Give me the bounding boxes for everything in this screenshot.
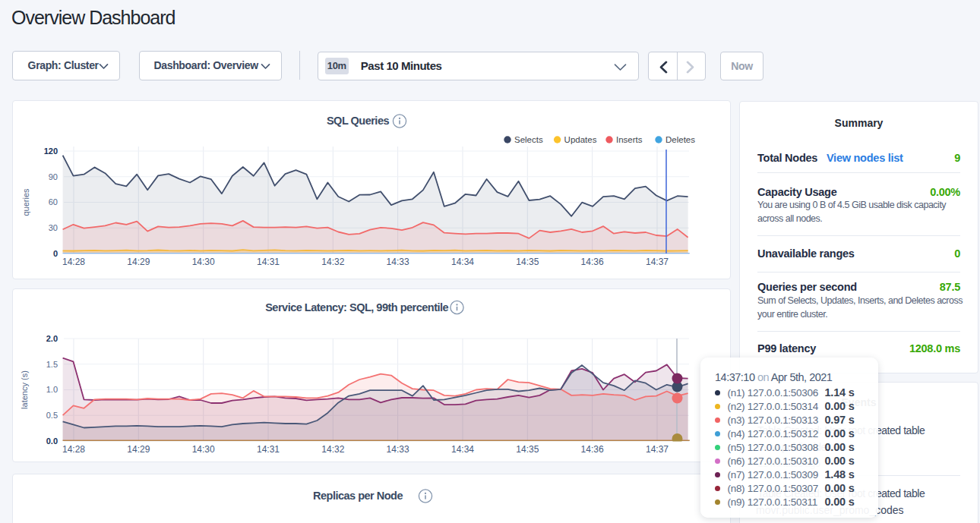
svg-text:Service Latency: SQL, 99th per: Service Latency: SQL, 99th percentile	[265, 301, 448, 313]
svg-text:0.0: 0.0	[46, 436, 58, 446]
svg-text:14:35: 14:35	[516, 257, 539, 267]
svg-text:14:31: 14:31	[257, 257, 280, 267]
svg-text:120: 120	[44, 147, 58, 156]
svg-text:14:37: 14:37	[646, 257, 669, 267]
svg-text:Inserts: Inserts	[616, 135, 643, 144]
svg-text:1.0: 1.0	[46, 385, 58, 394]
svg-text:14:29: 14:29	[127, 444, 150, 455]
svg-text:Updates: Updates	[564, 135, 597, 144]
svg-text:queries: queries	[21, 188, 30, 216]
svg-text:14:33: 14:33	[387, 257, 409, 267]
svg-text:14:36: 14:36	[581, 444, 604, 455]
svg-text:90: 90	[49, 172, 58, 181]
svg-text:14:32: 14:32	[321, 444, 344, 455]
svg-text:30: 30	[49, 223, 58, 232]
svg-text:14:28: 14:28	[62, 444, 85, 455]
svg-text:14:33: 14:33	[387, 444, 409, 455]
svg-text:60: 60	[49, 197, 58, 206]
svg-text:Deletes: Deletes	[665, 135, 695, 144]
svg-text:14:37: 14:37	[646, 444, 669, 455]
svg-text:14:35: 14:35	[516, 444, 539, 455]
svg-text:14:29: 14:29	[127, 257, 150, 267]
svg-text:14:30: 14:30	[192, 444, 215, 455]
svg-text:14:30: 14:30	[192, 257, 215, 267]
svg-text:1.5: 1.5	[46, 360, 58, 369]
svg-text:14:31: 14:31	[257, 444, 280, 455]
svg-text:14:34: 14:34	[451, 257, 474, 267]
svg-text:Replicas per Node: Replicas per Node	[313, 490, 403, 502]
svg-text:SQL Queries: SQL Queries	[327, 115, 390, 127]
svg-text:14:34: 14:34	[451, 444, 474, 455]
svg-text:14:28: 14:28	[62, 257, 85, 267]
svg-text:latency (s): latency (s)	[20, 370, 29, 409]
svg-text:14:32: 14:32	[321, 257, 344, 267]
svg-text:0.5: 0.5	[46, 411, 58, 420]
svg-text:Selects: Selects	[514, 135, 543, 144]
svg-text:14:36: 14:36	[581, 257, 604, 267]
svg-text:2.0: 2.0	[46, 334, 58, 343]
svg-text:0: 0	[53, 249, 58, 258]
